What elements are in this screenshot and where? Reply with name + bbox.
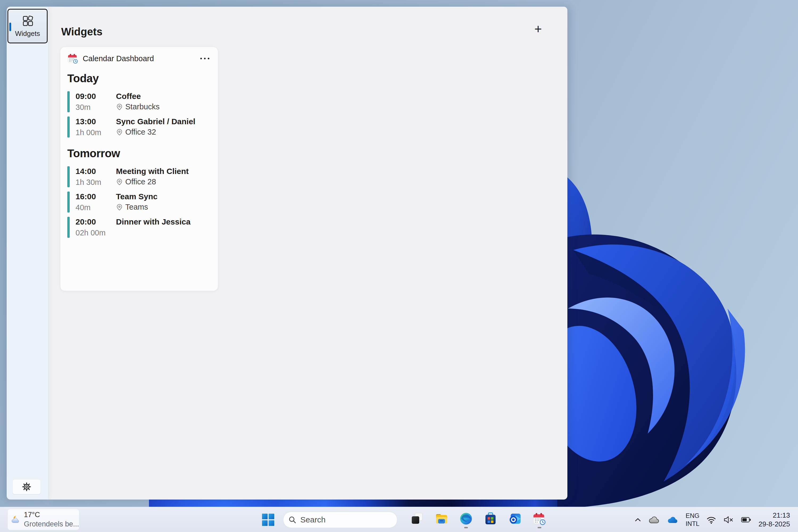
weather-temperature: 17°C	[24, 511, 79, 519]
event-duration: 02h 00m	[76, 228, 116, 237]
location-pin-icon	[116, 204, 123, 211]
event-title: Team Sync	[116, 192, 157, 201]
event-title: Meeting with Client	[116, 167, 189, 176]
event-row[interactable]: 14:00 1h 30m Meeting with Client Office …	[67, 166, 210, 187]
outlook-icon	[508, 512, 522, 526]
sidebar-widgets-label: Widgets	[15, 30, 40, 38]
event-title: Sync Gabriel / Daniel	[116, 117, 195, 126]
language-line1: ENG	[685, 512, 699, 520]
taskbar-weather-widget[interactable]: 17°C Grotendeels be...	[7, 509, 79, 530]
edge-icon	[459, 512, 473, 526]
event-duration: 40m	[76, 203, 116, 212]
tray-onedrive-icon[interactable]	[667, 515, 679, 524]
windows-start-icon	[261, 513, 275, 527]
event-location: Office 32	[125, 128, 156, 136]
event-color-bar	[67, 116, 70, 137]
clock-date: 29-8-2025	[758, 520, 790, 529]
tray-cloud-icon[interactable]	[648, 515, 660, 524]
location-pin-icon	[116, 103, 123, 110]
event-time: 13:00	[76, 117, 116, 126]
location-pin-icon	[116, 178, 123, 185]
tray-language-indicator[interactable]: ENG INTL	[685, 512, 699, 528]
event-duration: 30m	[76, 103, 116, 112]
taskbar-outlook-button[interactable]	[508, 510, 522, 529]
language-line2: INTL	[685, 520, 699, 528]
event-time: 20:00	[76, 217, 116, 226]
taskbar-edge-button[interactable]	[459, 510, 473, 529]
start-button[interactable]	[261, 512, 276, 527]
event-time: 09:00	[76, 92, 116, 101]
weather-condition: Grotendeels be...	[24, 520, 79, 528]
event-title: Coffee	[116, 92, 159, 101]
tray-volume-muted-icon[interactable]	[723, 515, 734, 524]
calendar-clock-icon	[533, 512, 546, 526]
event-color-bar	[67, 166, 70, 187]
microsoft-store-icon	[483, 512, 497, 526]
section-heading-tomorrow: Tomorrow	[67, 147, 210, 160]
tray-clock[interactable]: 21:13 29-8-2025	[758, 511, 790, 529]
event-title: Dinner with Jessica	[116, 217, 190, 226]
widgets-settings-button[interactable]	[13, 479, 41, 494]
event-row[interactable]: 09:00 30m Coffee Starbucks	[67, 91, 210, 112]
taskbar-calendar-app-button[interactable]	[533, 510, 546, 529]
taskbar-task-view-button[interactable]	[410, 510, 424, 529]
event-row[interactable]: 20:00 02h 00m Dinner with Jessica	[67, 217, 210, 238]
event-time: 14:00	[76, 167, 116, 176]
event-duration: 1h 30m	[76, 178, 116, 187]
running-indicator	[464, 527, 468, 528]
taskbar-file-explorer-button[interactable]	[435, 510, 449, 529]
calendar-dashboard-widget: Calendar Dashboard Today 09:00 30m Coffe…	[60, 47, 218, 291]
tray-wifi-icon[interactable]	[706, 515, 716, 524]
tray-battery-icon[interactable]	[741, 516, 752, 523]
event-color-bar	[67, 191, 70, 212]
moon-cloud-icon	[11, 512, 20, 527]
clock-time: 21:13	[758, 511, 790, 520]
widgets-sidebar: Widgets	[7, 7, 49, 499]
gear-icon	[22, 482, 32, 492]
add-widget-button[interactable]: +	[530, 22, 546, 38]
selected-accent-bar	[9, 23, 11, 31]
widgets-board: Widgets + Calendar Dashboard Today	[49, 7, 567, 499]
event-color-bar	[67, 217, 70, 238]
task-view-icon	[410, 512, 424, 526]
location-pin-icon	[116, 129, 123, 136]
sidebar-item-widgets[interactable]: Widgets	[7, 9, 48, 43]
event-duration: 1h 00m	[76, 128, 116, 137]
event-time: 16:00	[76, 192, 116, 201]
event-location: Starbucks	[125, 102, 159, 111]
search-input[interactable]: Search	[283, 512, 397, 528]
file-explorer-icon	[435, 512, 449, 526]
tray-chevron-up-icon[interactable]	[634, 517, 641, 522]
event-row[interactable]: 13:00 1h 00m Sync Gabriel / Daniel Offic…	[67, 116, 210, 137]
wallpaper-bloom-flower	[557, 159, 798, 508]
calendar-clock-icon	[67, 53, 78, 64]
running-indicator	[537, 527, 541, 528]
event-location: Teams	[125, 203, 148, 211]
widgets-grid-icon	[22, 15, 34, 27]
widget-title: Calendar Dashboard	[83, 54, 154, 63]
event-color-bar	[67, 91, 70, 112]
taskbar: 17°C Grotendeels be... Search	[0, 507, 798, 532]
event-row[interactable]: 16:00 40m Team Sync Teams	[67, 191, 210, 212]
page-title: Widgets	[61, 26, 102, 38]
search-placeholder: Search	[300, 515, 326, 524]
event-location: Office 28	[125, 177, 156, 186]
taskbar-store-button[interactable]	[483, 510, 497, 529]
section-heading-today: Today	[67, 72, 210, 85]
search-icon	[288, 515, 297, 524]
widget-more-button[interactable]	[199, 55, 210, 62]
